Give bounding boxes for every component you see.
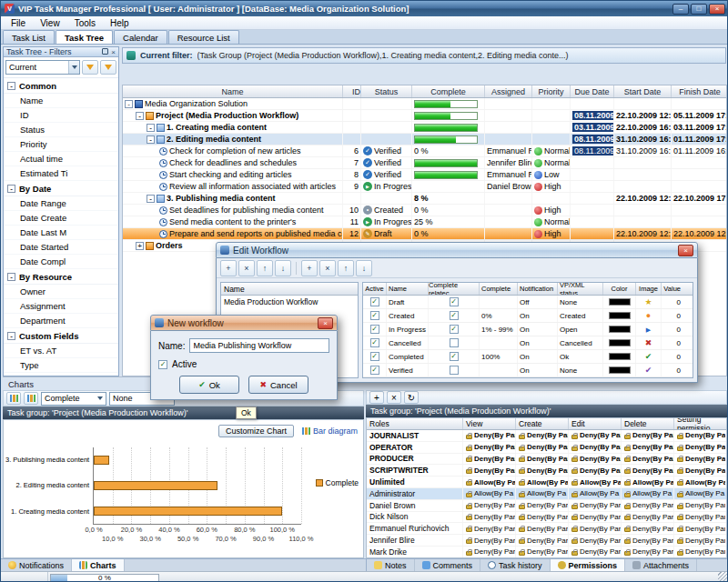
filter-field[interactable]: Type	[4, 358, 118, 373]
complete-related-checkbox[interactable]	[450, 297, 459, 306]
column-header-priority[interactable]: Priority	[532, 85, 571, 97]
tab-notifications[interactable]: Notifications	[1, 559, 72, 571]
pin-icon[interactable]	[102, 48, 108, 55]
filter-group-common[interactable]: - Common	[4, 78, 118, 94]
ok-button[interactable]: ✔ Ok	[179, 376, 239, 394]
status-image-icon[interactable]	[645, 366, 652, 375]
permission-row[interactable]: SCRIPTWRITER Deny(By Par Deny(By Par Den…	[367, 465, 726, 477]
active-checkbox[interactable]	[370, 325, 379, 334]
column-header-status[interactable]: Status	[361, 85, 412, 97]
col-vpxml-status[interactable]: VP/XML status	[558, 283, 603, 295]
chart-type-button[interactable]	[6, 392, 21, 405]
column-header-delete[interactable]: Delete	[622, 418, 674, 429]
tab-permissions[interactable]: Permissions	[551, 559, 626, 571]
chevron-down-icon[interactable]	[68, 61, 79, 74]
tab-resource-list[interactable]: Resource List	[168, 30, 239, 44]
menu-tools[interactable]: Tools	[67, 17, 103, 29]
filter-field[interactable]: Name	[4, 94, 118, 108]
col-name[interactable]: Name	[387, 283, 429, 295]
minimize-button[interactable]: –	[672, 4, 689, 15]
collapse-icon[interactable]: -	[7, 273, 15, 281]
task-row[interactable]: Start checking and editing articles 8 Ve…	[123, 169, 726, 181]
permission-row[interactable]: PRODUCER Deny(By Par Deny(By Par Deny(By…	[367, 454, 726, 466]
status-image-icon[interactable]	[644, 298, 652, 306]
dialog-close-button[interactable]: ×	[678, 245, 693, 256]
edit-workflow-title-bar[interactable]: Edit Workflow ×	[216, 242, 698, 258]
filter-preset-select[interactable]: Current	[5, 60, 80, 75]
tree-expander[interactable]	[147, 135, 155, 144]
workflow-status-row[interactable]: Verified On None 0	[363, 364, 693, 377]
filter-field[interactable]: Assignment	[4, 299, 118, 314]
add-permission-button[interactable]: +	[369, 391, 384, 404]
workflow-name-input[interactable]	[189, 338, 329, 353]
menu-help[interactable]: Help	[103, 17, 136, 29]
filter-group-by-resource[interactable]: - By Resource	[4, 269, 118, 285]
filter-group-custom-fields[interactable]: - Custom Fields	[4, 328, 118, 344]
task-row[interactable]: 2. Editing media content	[123, 134, 726, 146]
active-checkbox[interactable]	[370, 352, 379, 361]
refresh-permissions-button[interactable]: ↻	[404, 391, 419, 404]
color-swatch[interactable]	[609, 298, 631, 306]
permission-row[interactable]: Daniel Brown Deny(By Par Deny(By Par Den…	[367, 500, 726, 512]
chevron-down-icon[interactable]	[95, 393, 106, 405]
delete-status-button[interactable]: ×	[319, 260, 336, 276]
column-header-assigned[interactable]: Assigned	[485, 85, 532, 97]
col-color[interactable]: Color	[603, 283, 636, 295]
filter-field[interactable]: Date Create	[4, 211, 118, 226]
chart-refresh-button[interactable]	[24, 392, 38, 405]
col-image[interactable]: Image	[636, 283, 662, 295]
active-checkbox[interactable]	[158, 360, 167, 369]
workflow-list-header[interactable]: Name	[221, 283, 358, 296]
permission-row[interactable]: Jennifer Blire Deny(By Par Deny(By Par D…	[367, 535, 726, 547]
status-image-icon[interactable]	[645, 339, 652, 347]
status-image-icon[interactable]	[645, 353, 652, 361]
complete-related-checkbox[interactable]	[450, 352, 459, 361]
clear-filter-button[interactable]	[100, 60, 116, 75]
filter-field[interactable]: Status	[4, 123, 118, 137]
status-image-icon[interactable]	[646, 312, 651, 320]
delete-workflow-button[interactable]: ×	[238, 260, 255, 276]
status-up-icon[interactable]: ↑	[338, 260, 354, 276]
col-active[interactable]: Active	[363, 283, 387, 295]
permission-row[interactable]: Emmanuel Rurichovich Deny(By Par Deny(By…	[367, 523, 726, 535]
column-header-due-date[interactable]: Due Date	[571, 85, 614, 97]
customize-chart-button[interactable]: Customize Chart	[218, 425, 294, 437]
tab-task-tree[interactable]: Task Tree	[56, 30, 113, 44]
column-header-id[interactable]: ID	[343, 85, 361, 97]
task-row[interactable]: Set deadlines for publishing media conte…	[123, 205, 726, 216]
column-header-roles[interactable]: Roles	[367, 418, 463, 429]
collapse-icon[interactable]: -	[7, 332, 15, 340]
permission-row[interactable]: Unlimited Allow(By Pa Allow(By Pa Allow(…	[367, 477, 726, 488]
cancel-button[interactable]: ✖ Cancel	[248, 376, 308, 394]
add-workflow-button[interactable]: +	[220, 260, 237, 276]
tree-expander[interactable]	[147, 195, 155, 203]
filter-field[interactable]: Actual time	[4, 152, 118, 166]
delete-permission-button[interactable]: ×	[387, 391, 401, 404]
task-row[interactable]: Check for deadlines and schedules 7 Veri…	[123, 157, 726, 169]
workflow-status-row[interactable]: Cancelled On Cancelled 0	[363, 336, 693, 350]
collapse-icon[interactable]: -	[7, 185, 15, 193]
col-value[interactable]: Value	[662, 283, 683, 295]
permission-row[interactable]: Mark Drike Deny(By Par Deny(By Par Deny(…	[367, 547, 726, 558]
filter-field[interactable]: Date Last M	[4, 226, 118, 240]
filter-field[interactable]: Owner	[4, 285, 118, 299]
task-row[interactable]: Media Organization Solution	[123, 98, 726, 110]
col-notification[interactable]: Notification	[518, 283, 558, 295]
task-row[interactable]: 1. Creating media content	[123, 122, 726, 134]
column-header-complete[interactable]: Complete	[412, 85, 485, 97]
permission-row[interactable]: OPERATOR Deny(By Par Deny(By Par Deny(By…	[367, 442, 726, 454]
filter-field[interactable]: ID	[4, 108, 118, 123]
collapse-icon[interactable]: -	[7, 82, 15, 90]
workflow-list-item[interactable]: Media Production Workflow	[221, 296, 358, 308]
complete-related-checkbox[interactable]	[450, 325, 459, 334]
filter-field[interactable]: Department	[4, 314, 118, 328]
filter-field[interactable]: Estimated Ti	[4, 166, 118, 181]
dialog-close-button[interactable]: ×	[318, 317, 333, 329]
tree-expander[interactable]	[147, 124, 155, 132]
move-down-icon[interactable]: ↓	[275, 260, 291, 276]
tab-charts[interactable]: Charts	[72, 559, 125, 571]
permission-row[interactable]: Administrator Allow(By Pa Allow(By Pa Al…	[367, 488, 726, 500]
active-checkbox[interactable]	[370, 366, 379, 375]
maximize-button[interactable]: □	[691, 4, 707, 15]
filter-group-by-date[interactable]: - By Date	[4, 181, 118, 196]
